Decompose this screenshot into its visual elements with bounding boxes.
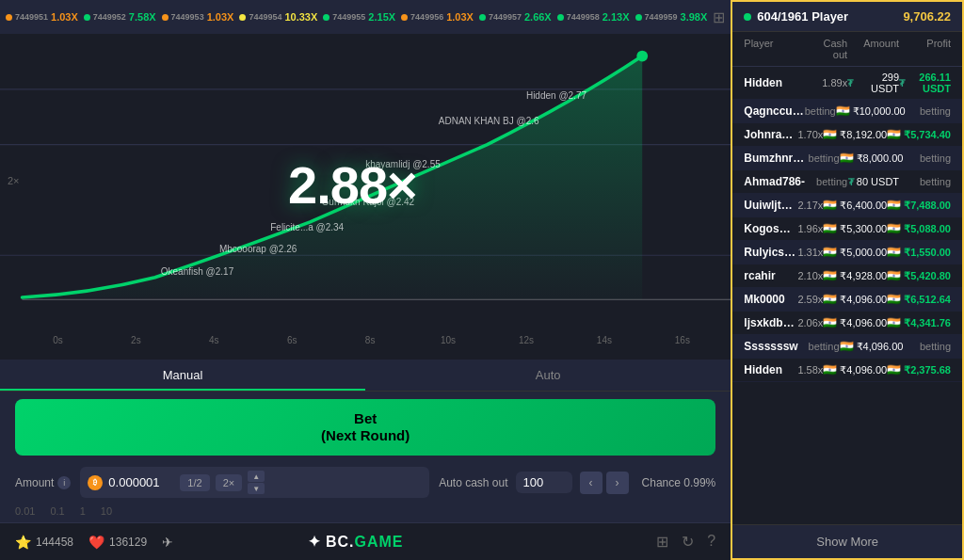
history-multiplier: 2.15X — [368, 11, 395, 23]
history-id: 7449957 — [489, 12, 522, 22]
amount-cell: 🇮🇳₹5,000.00 — [823, 246, 887, 259]
history-id: 7449955 — [332, 12, 365, 22]
history-id: 7449951 — [15, 12, 48, 22]
history-multiplier: 1.03X — [207, 11, 234, 23]
history-item[interactable]: 7449955 2.15X — [323, 11, 395, 23]
cashout-betting: betting — [816, 176, 847, 187]
col-player: Player — [744, 38, 812, 60]
table-row: Ahmad786- betting ₮80 USDT betting — [732, 170, 962, 194]
history-item[interactable]: 7449957 2.66X — [479, 11, 552, 23]
india-flag: 🇮🇳 — [887, 222, 901, 235]
share-stat[interactable]: ✈ — [162, 535, 173, 550]
bc-game-logo: ✦ BC.GAME — [308, 533, 404, 551]
table-icon[interactable]: ⊞ — [656, 533, 668, 551]
table-row: Rulyicsskqac 1.31x 🇮🇳₹5,000.00 🇮🇳₹1,550.… — [732, 241, 962, 264]
amount-cell: 🇮🇳₹8,192.00 — [823, 128, 887, 141]
history-id: 7449952 — [93, 12, 126, 22]
history-item[interactable]: 7449956 1.03X — [401, 11, 474, 23]
refresh-icon[interactable]: ↻ — [682, 533, 694, 551]
amount-value: ₹4,096.00 — [840, 317, 887, 329]
left-panel: 7449951 1.03X 7449952 7.58X 7449953 1.03… — [0, 0, 731, 560]
history-id: 7449956 — [410, 12, 443, 22]
history-item[interactable]: 7449959 3.98X — [635, 11, 708, 23]
x-label-16: 16s — [643, 335, 721, 345]
history-dot — [401, 14, 408, 21]
cashout-cell: 1.58x — [796, 364, 823, 376]
cashout-cell: 2.06x — [796, 317, 823, 328]
profit-amount: ₹5,734.40 — [904, 129, 951, 141]
history-item[interactable]: 7449952 7.58X — [84, 11, 156, 23]
history-multiplier: 2.13X — [602, 11, 630, 23]
increment-button[interactable]: ▲ — [248, 471, 265, 482]
cashout-value: 1.58x — [797, 364, 823, 376]
history-item[interactable]: 7449951 1.03X — [6, 11, 78, 23]
cashout-cell: 1.70x — [796, 129, 823, 140]
amount-value: ₹4,096.00 — [840, 294, 887, 306]
grid-icon[interactable]: ⊞ — [713, 8, 725, 26]
table-row: Hidden 1.58x 🇮🇳₹4,096.00 🇮🇳₹2,375.68 — [732, 359, 962, 382]
amount-value: ₹8,192.00 — [840, 129, 887, 141]
amount-input-wrap: ₿ 1/2 2× ▲ ▼ — [80, 467, 429, 498]
table-row: Hidden 1.89x ₮299 USDT ₮266.11 USDT — [732, 67, 962, 100]
show-more-button[interactable]: Show More — [732, 524, 962, 558]
india-flag: 🇮🇳 — [823, 293, 837, 306]
cashout-cell: betting — [808, 341, 840, 352]
amount-value: ₹5,300.00 — [840, 223, 887, 235]
player-count: 604/1961 Player — [744, 9, 848, 24]
y-axis-label: 2× — [8, 175, 20, 186]
quick-amount-1[interactable]: 1 — [80, 505, 86, 517]
tether-icon: ₮ — [848, 177, 854, 187]
bottom-bar: ⭐ 144458 ❤️ 136129 ✈ ✦ BC.GAME ⊞ ↻ ? — [0, 522, 731, 560]
amount-input[interactable] — [108, 475, 174, 489]
next-button[interactable]: › — [606, 472, 629, 494]
tab-manual[interactable]: Manual — [0, 360, 365, 391]
amount-cell: ₮299 USDT — [847, 72, 899, 94]
table-row: Kogosbaog... 1.96x 🇮🇳₹5,300.00 🇮🇳₹5,088.… — [732, 217, 962, 241]
x-label-6: 6s — [253, 335, 331, 345]
cashout-betting: betting — [805, 105, 836, 117]
bet-button[interactable]: Bet (Next Round) — [15, 399, 715, 456]
history-item[interactable]: 7449953 1.03X — [162, 11, 234, 23]
tab-auto[interactable]: Auto — [365, 360, 731, 391]
game-canvas: 2× — [0, 34, 731, 347]
history-id: 7449959 — [645, 12, 678, 22]
cashout-cell: 1.96x — [796, 223, 823, 234]
quick-amount-001[interactable]: 0.01 — [15, 505, 35, 517]
history-item[interactable]: 7449954 10.33X — [239, 11, 317, 23]
half-button[interactable]: 1/2 — [180, 474, 209, 491]
quick-amount-10[interactable]: 10 — [101, 505, 112, 517]
amount-info-icon: i — [57, 476, 71, 489]
x-label-2: 2s — [97, 335, 175, 345]
amount-value: 80 USDT — [857, 176, 899, 187]
profit-cell: 🇮🇳₹2,375.68 — [887, 363, 951, 376]
profit-cell: 🇮🇳₹4,341.76 — [887, 316, 951, 329]
table-row: Qagnccuq... betting 🇮🇳₹10,000.00 betting — [732, 100, 962, 123]
player-name: Bumzhnrfnyb — [744, 152, 808, 165]
cashout-value: 1.70x — [797, 129, 823, 140]
history-dot — [635, 14, 642, 21]
prev-button[interactable]: ‹ — [580, 472, 602, 494]
cashout-cell: 2.10x — [796, 270, 823, 281]
history-item[interactable]: 7449958 2.13X — [557, 11, 630, 23]
cashout-cell: betting — [805, 105, 836, 117]
col-cashout: Cash out — [813, 38, 848, 60]
annotation-mbcooo: Mbcooorap @2.26 — [219, 244, 297, 254]
cashout-value: 1.89x — [822, 77, 847, 88]
help-icon[interactable]: ? — [707, 533, 715, 551]
quick-amount-01[interactable]: 0.1 — [50, 505, 64, 517]
betting-badge: betting — [920, 341, 951, 352]
india-flag: 🇮🇳 — [823, 222, 837, 235]
auto-cashout-input[interactable] — [516, 472, 572, 493]
x-label-0: 0s — [19, 335, 97, 345]
history-id: 7449958 — [567, 12, 600, 22]
decrement-button[interactable]: ▼ — [248, 483, 265, 494]
share-icon: ✈ — [162, 535, 173, 550]
quick-amounts: 0.01 0.1 1 10 — [0, 502, 731, 522]
india-flag: 🇮🇳 — [887, 316, 901, 329]
cashout-betting: betting — [809, 152, 840, 164]
amount-cell: 🇮🇳₹5,300.00 — [823, 222, 887, 235]
profit-cell: 🇮🇳₹7,488.00 — [887, 199, 951, 212]
cashout-cell: betting — [813, 176, 848, 187]
cashout-cell: 2.17x — [796, 200, 823, 211]
double-button[interactable]: 2× — [216, 474, 243, 491]
